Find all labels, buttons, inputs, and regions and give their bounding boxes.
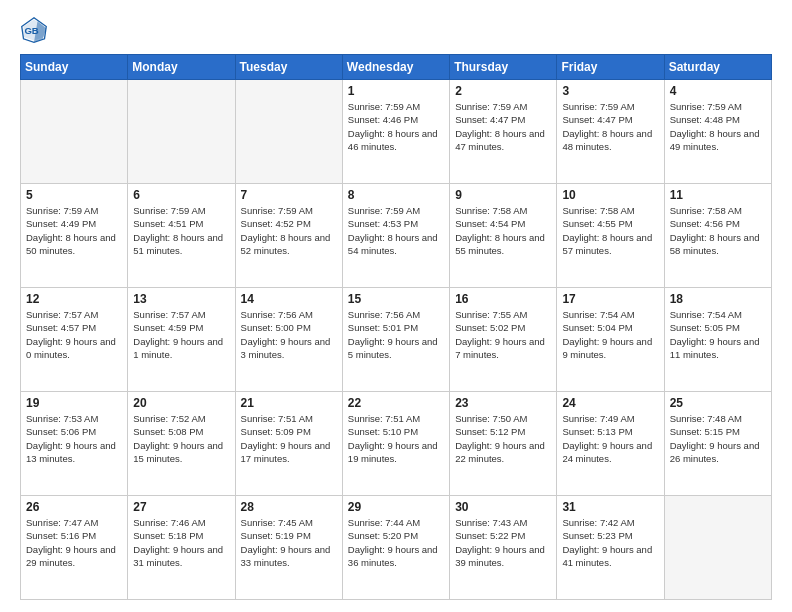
day-of-week-header: Sunday [21,55,128,80]
calendar-day-cell: 3Sunrise: 7:59 AM Sunset: 4:47 PM Daylig… [557,80,664,184]
calendar-day-cell: 5Sunrise: 7:59 AM Sunset: 4:49 PM Daylig… [21,184,128,288]
day-info: Sunrise: 7:56 AM Sunset: 5:01 PM Dayligh… [348,308,444,361]
calendar-day-cell: 20Sunrise: 7:52 AM Sunset: 5:08 PM Dayli… [128,392,235,496]
day-of-week-header: Tuesday [235,55,342,80]
calendar-day-cell: 25Sunrise: 7:48 AM Sunset: 5:15 PM Dayli… [664,392,771,496]
calendar-day-cell: 10Sunrise: 7:58 AM Sunset: 4:55 PM Dayli… [557,184,664,288]
day-info: Sunrise: 7:59 AM Sunset: 4:52 PM Dayligh… [241,204,337,257]
svg-text:GB: GB [24,25,38,36]
calendar-header: SundayMondayTuesdayWednesdayThursdayFrid… [21,55,772,80]
calendar-week-row: 12Sunrise: 7:57 AM Sunset: 4:57 PM Dayli… [21,288,772,392]
day-info: Sunrise: 7:46 AM Sunset: 5:18 PM Dayligh… [133,516,229,569]
day-number: 21 [241,396,337,410]
day-info: Sunrise: 7:51 AM Sunset: 5:09 PM Dayligh… [241,412,337,465]
day-of-week-header: Wednesday [342,55,449,80]
day-info: Sunrise: 7:58 AM Sunset: 4:56 PM Dayligh… [670,204,766,257]
calendar-day-cell: 23Sunrise: 7:50 AM Sunset: 5:12 PM Dayli… [450,392,557,496]
calendar-day-cell: 16Sunrise: 7:55 AM Sunset: 5:02 PM Dayli… [450,288,557,392]
calendar-week-row: 5Sunrise: 7:59 AM Sunset: 4:49 PM Daylig… [21,184,772,288]
calendar-body: 1Sunrise: 7:59 AM Sunset: 4:46 PM Daylig… [21,80,772,600]
day-number: 18 [670,292,766,306]
day-number: 20 [133,396,229,410]
calendar-day-cell: 4Sunrise: 7:59 AM Sunset: 4:48 PM Daylig… [664,80,771,184]
days-of-week-row: SundayMondayTuesdayWednesdayThursdayFrid… [21,55,772,80]
day-number: 29 [348,500,444,514]
calendar-week-row: 1Sunrise: 7:59 AM Sunset: 4:46 PM Daylig… [21,80,772,184]
day-info: Sunrise: 7:59 AM Sunset: 4:49 PM Dayligh… [26,204,122,257]
day-info: Sunrise: 7:44 AM Sunset: 5:20 PM Dayligh… [348,516,444,569]
day-number: 17 [562,292,658,306]
calendar-day-cell: 17Sunrise: 7:54 AM Sunset: 5:04 PM Dayli… [557,288,664,392]
day-info: Sunrise: 7:50 AM Sunset: 5:12 PM Dayligh… [455,412,551,465]
calendar-day-cell: 26Sunrise: 7:47 AM Sunset: 5:16 PM Dayli… [21,496,128,600]
day-info: Sunrise: 7:57 AM Sunset: 4:59 PM Dayligh… [133,308,229,361]
day-number: 12 [26,292,122,306]
day-info: Sunrise: 7:52 AM Sunset: 5:08 PM Dayligh… [133,412,229,465]
calendar-day-cell: 30Sunrise: 7:43 AM Sunset: 5:22 PM Dayli… [450,496,557,600]
calendar-day-cell: 28Sunrise: 7:45 AM Sunset: 5:19 PM Dayli… [235,496,342,600]
calendar-day-cell: 15Sunrise: 7:56 AM Sunset: 5:01 PM Dayli… [342,288,449,392]
day-number: 6 [133,188,229,202]
day-number: 25 [670,396,766,410]
day-number: 3 [562,84,658,98]
page: GB SundayMondayTuesdayWednesdayThursdayF… [0,0,792,612]
header: GB [20,16,772,44]
day-number: 24 [562,396,658,410]
calendar-day-cell: 14Sunrise: 7:56 AM Sunset: 5:00 PM Dayli… [235,288,342,392]
calendar-week-row: 26Sunrise: 7:47 AM Sunset: 5:16 PM Dayli… [21,496,772,600]
calendar-table: SundayMondayTuesdayWednesdayThursdayFrid… [20,54,772,600]
day-number: 11 [670,188,766,202]
day-info: Sunrise: 7:53 AM Sunset: 5:06 PM Dayligh… [26,412,122,465]
day-info: Sunrise: 7:45 AM Sunset: 5:19 PM Dayligh… [241,516,337,569]
day-of-week-header: Thursday [450,55,557,80]
calendar-day-cell: 21Sunrise: 7:51 AM Sunset: 5:09 PM Dayli… [235,392,342,496]
day-info: Sunrise: 7:58 AM Sunset: 4:55 PM Dayligh… [562,204,658,257]
calendar-day-cell: 8Sunrise: 7:59 AM Sunset: 4:53 PM Daylig… [342,184,449,288]
day-number: 9 [455,188,551,202]
day-info: Sunrise: 7:57 AM Sunset: 4:57 PM Dayligh… [26,308,122,361]
day-info: Sunrise: 7:42 AM Sunset: 5:23 PM Dayligh… [562,516,658,569]
day-number: 13 [133,292,229,306]
day-number: 10 [562,188,658,202]
day-of-week-header: Monday [128,55,235,80]
calendar-day-cell: 11Sunrise: 7:58 AM Sunset: 4:56 PM Dayli… [664,184,771,288]
day-info: Sunrise: 7:59 AM Sunset: 4:51 PM Dayligh… [133,204,229,257]
day-number: 19 [26,396,122,410]
day-info: Sunrise: 7:59 AM Sunset: 4:48 PM Dayligh… [670,100,766,153]
day-info: Sunrise: 7:59 AM Sunset: 4:53 PM Dayligh… [348,204,444,257]
logo-icon: GB [20,16,48,44]
day-number: 2 [455,84,551,98]
calendar-day-cell: 29Sunrise: 7:44 AM Sunset: 5:20 PM Dayli… [342,496,449,600]
calendar-day-cell: 6Sunrise: 7:59 AM Sunset: 4:51 PM Daylig… [128,184,235,288]
day-info: Sunrise: 7:59 AM Sunset: 4:46 PM Dayligh… [348,100,444,153]
day-number: 27 [133,500,229,514]
day-number: 23 [455,396,551,410]
day-info: Sunrise: 7:54 AM Sunset: 5:04 PM Dayligh… [562,308,658,361]
calendar-day-cell [235,80,342,184]
day-info: Sunrise: 7:49 AM Sunset: 5:13 PM Dayligh… [562,412,658,465]
calendar-week-row: 19Sunrise: 7:53 AM Sunset: 5:06 PM Dayli… [21,392,772,496]
calendar-day-cell: 13Sunrise: 7:57 AM Sunset: 4:59 PM Dayli… [128,288,235,392]
day-number: 8 [348,188,444,202]
day-info: Sunrise: 7:58 AM Sunset: 4:54 PM Dayligh… [455,204,551,257]
day-number: 28 [241,500,337,514]
day-number: 1 [348,84,444,98]
day-info: Sunrise: 7:55 AM Sunset: 5:02 PM Dayligh… [455,308,551,361]
day-number: 14 [241,292,337,306]
logo: GB [20,16,52,44]
calendar-day-cell: 27Sunrise: 7:46 AM Sunset: 5:18 PM Dayli… [128,496,235,600]
day-number: 31 [562,500,658,514]
calendar-day-cell: 19Sunrise: 7:53 AM Sunset: 5:06 PM Dayli… [21,392,128,496]
calendar-day-cell [21,80,128,184]
day-number: 16 [455,292,551,306]
calendar-day-cell: 9Sunrise: 7:58 AM Sunset: 4:54 PM Daylig… [450,184,557,288]
day-info: Sunrise: 7:56 AM Sunset: 5:00 PM Dayligh… [241,308,337,361]
day-number: 5 [26,188,122,202]
calendar-day-cell: 2Sunrise: 7:59 AM Sunset: 4:47 PM Daylig… [450,80,557,184]
day-number: 4 [670,84,766,98]
day-number: 15 [348,292,444,306]
calendar-day-cell: 1Sunrise: 7:59 AM Sunset: 4:46 PM Daylig… [342,80,449,184]
day-info: Sunrise: 7:54 AM Sunset: 5:05 PM Dayligh… [670,308,766,361]
calendar-day-cell [128,80,235,184]
calendar-day-cell: 18Sunrise: 7:54 AM Sunset: 5:05 PM Dayli… [664,288,771,392]
